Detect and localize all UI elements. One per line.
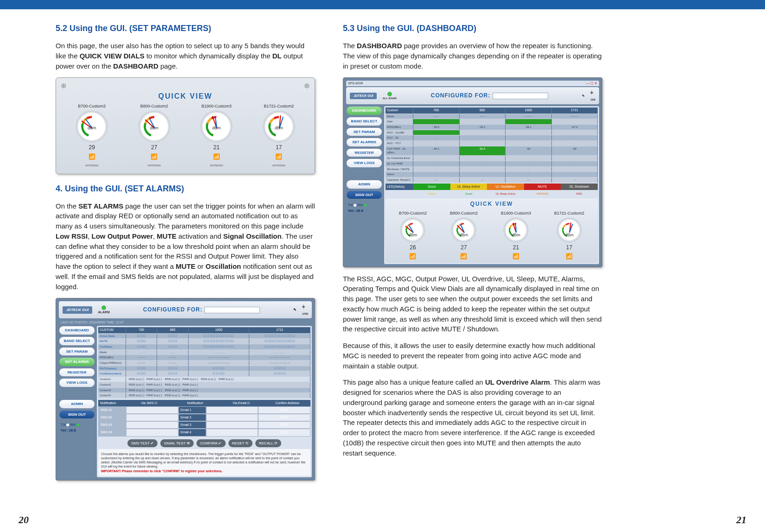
expand-right-icon: ⊕	[304, 81, 310, 91]
usb-icon: ⏚USB	[590, 89, 595, 102]
dial-1: B700-Custom2 dBm 29 📶ANTENNA	[76, 103, 108, 169]
gauge-icon: dBm	[76, 110, 108, 143]
sidebar-item-sign-out[interactable]: SIGN OUT	[59, 410, 95, 419]
sidebar-item-view-logs[interactable]: VIEW LOGS	[59, 378, 95, 387]
row-rssi: RSSI(dBm)	[98, 355, 126, 360]
pencil-icon: ✎	[293, 307, 297, 313]
configured-for-field	[204, 307, 260, 313]
row-mute-select: MUTE(select)	[98, 366, 126, 371]
configured-for-field	[493, 93, 548, 99]
side-status: TX: RX: Ver: 18.8	[59, 422, 95, 433]
all-band-label: ALL BAND	[382, 96, 397, 101]
quickview-screenshot: ⊕ ⊕ QUICK VIEW B700-Custom2 dBm 29 📶ANTE…	[56, 77, 315, 174]
row-custom2: Custom2	[98, 382, 126, 387]
antenna-icon: 📶ANTENNA	[200, 153, 233, 169]
pencil-icon: ✎	[582, 94, 585, 98]
confirm-button[interactable]: CONFIRM ✔	[196, 439, 226, 448]
dial-1-value: 29	[76, 144, 108, 152]
col-custom: CUSTOM	[98, 327, 126, 333]
row-output: Output PWR(Lim)	[98, 361, 126, 366]
window-controls-icon: — ▢ ✕	[586, 81, 597, 86]
sidebar-item-set-param[interactable]: SET PARAM	[59, 347, 95, 356]
col-1721: 1721	[249, 327, 310, 333]
sidebar: DASHBOARD BAND SELECT SET PARAM SET ALAR…	[59, 326, 95, 477]
notif-header2: Notification	[172, 400, 219, 406]
dial-4: B1721-Custom2 dBm 17 📶ANTENNA	[263, 103, 295, 169]
gauge-icon: dBm	[503, 217, 529, 243]
gauge-icon: dBm	[263, 110, 295, 143]
dial-2-value: 27	[138, 144, 171, 152]
gauge-icon: dBm	[451, 217, 476, 243]
sidebar-item-set-alarms[interactable]: SET ALARMS	[59, 357, 95, 367]
sidebar-item-dashboard[interactable]: DASHBOARD	[59, 326, 95, 335]
gauge-icon: dBm	[138, 110, 171, 143]
antenna-icon: 📶	[450, 253, 478, 260]
antenna-icon: 📶	[399, 253, 427, 260]
sidebar-item-admin[interactable]: ADMIN	[59, 399, 95, 409]
dial-3: B1900-Custom3 dBm 21 📶ANTENNA	[200, 103, 233, 169]
antenna-icon: 📶ANTENNA	[138, 153, 171, 169]
dashboard-screenshot: SPS-MGR — ▢ ✕ JDTECK GUI ALL BAND CONFIG…	[343, 77, 602, 267]
col-700: 700	[126, 327, 157, 333]
quickview-embedded: QUICK VIEW B700-Custom2dBm26📶 B800-Custo…	[386, 198, 598, 262]
alarm-label: ALARM	[98, 310, 109, 315]
expand-left-icon: ⊕	[61, 81, 67, 91]
heading-5-2: 5.2 Using the GUI. (SET PARAMETERS)	[56, 22, 315, 34]
col-custom: Custom	[386, 108, 413, 113]
sidebar-item-register[interactable]: REGISTER	[346, 148, 382, 158]
row-custom1: Custom1	[98, 377, 126, 382]
reset-button[interactable]: RESET ⟲	[228, 439, 253, 448]
sidebar-item-band-select[interactable]: BAND SELECT	[59, 336, 95, 346]
sidebar-item-set-alarms[interactable]: SET ALARMS	[346, 138, 382, 147]
sidebar-item-register[interactable]: REGISTER	[59, 368, 95, 377]
dial-2-label: B800-Custom2	[138, 103, 171, 109]
gauge-icon: dBm	[400, 217, 425, 243]
brand-logo: JDTECK GUI	[63, 306, 92, 314]
sidebar-item-admin[interactable]: ADMIN	[346, 180, 382, 189]
col-800: 800	[460, 108, 506, 113]
recall-button[interactable]: RECALL ⟳	[255, 439, 281, 448]
sidebar-item-sign-out[interactable]: SIGN OUT	[346, 190, 382, 200]
last-activated: LAST ACTIVATED: 2016/09/09 TIME: 12:47	[59, 320, 312, 326]
row-custom3: Custom3	[98, 388, 126, 393]
antenna-icon: 📶	[501, 253, 531, 260]
status-color-key: LED(Status) Good UL Sleep Active UL Osci…	[386, 184, 598, 190]
page-right: 5.3 Using the GUI. (DASHBOARD) The DASHB…	[343, 19, 602, 464]
sms-test-button[interactable]: SMS TEST ✔	[127, 439, 158, 448]
col-1721: 1721	[552, 108, 598, 113]
col-800: 800	[157, 327, 188, 333]
para-5-3-1: The DASHBOARD page provides an overview …	[343, 41, 602, 71]
configured-for-label: CONFIGURED FOR:	[431, 92, 490, 99]
sidebar-item-set-param[interactable]: SET PARAM	[346, 127, 382, 137]
alarm-indicator-icon	[387, 92, 392, 96]
page-left: 5.2 Using the GUI. (SET PARAMETERS) On t…	[56, 19, 315, 487]
notif-header: Notification	[98, 400, 126, 406]
sidebar-item-view-logs[interactable]: VIEW LOGS	[346, 158, 382, 168]
quickview-title: QUICK VIEW	[61, 91, 310, 101]
status-color-key-labels: Yellow Good UL Sleep Active ORANGE RED	[386, 191, 598, 197]
para-5-3-4: This page also has a unique feature call…	[343, 377, 602, 458]
row-mute: MUTE	[98, 339, 126, 344]
antenna-icon: 📶	[554, 253, 584, 260]
antenna-icon: 📶ANTENNA	[263, 153, 295, 169]
row-custom4: Custom4	[98, 393, 126, 398]
dashboard-grid: Custom 700 800 1900 1721 Mode-- ---- ---…	[384, 106, 599, 264]
row-active-mode: Active Mode	[98, 334, 126, 339]
row-osc-select: Oscillation(select)	[98, 371, 126, 376]
email-test-button[interactable]: EMAIL TEST ✉	[160, 439, 193, 448]
gauge-icon: dBm	[556, 217, 582, 243]
sidebar-item-band-select[interactable]: BAND SELECT	[346, 117, 382, 126]
para-4: On the SET ALARMS page the user can set …	[56, 201, 315, 292]
dial-2: B800-Custom2 dBm 27 📶ANTENNA	[138, 103, 171, 169]
row-oscillation: Oscillation	[98, 344, 126, 349]
dial-3-value: 21	[200, 144, 233, 152]
dial-4-label: B1721-Custom2	[263, 103, 295, 109]
para-5-3-2: The RSSI, AGC, MGC, Output Power, UL Ove…	[343, 274, 602, 335]
sidebar-item-dashboard[interactable]: DASHBOARD	[346, 106, 382, 115]
dial-4-value: 17	[263, 144, 295, 152]
alarms-grid: CUSTOM 700 800 1900 1721 Active Mode☐ ☐ …	[97, 326, 312, 477]
sidebar: DASHBOARD BAND SELECT SET PARAM SET ALAR…	[346, 106, 382, 264]
para-5-2: On this page, the user also has the opti…	[56, 41, 315, 71]
notif-via-email: Via Email ☑	[218, 400, 265, 406]
usb-icon: ⏚USB	[302, 303, 308, 317]
